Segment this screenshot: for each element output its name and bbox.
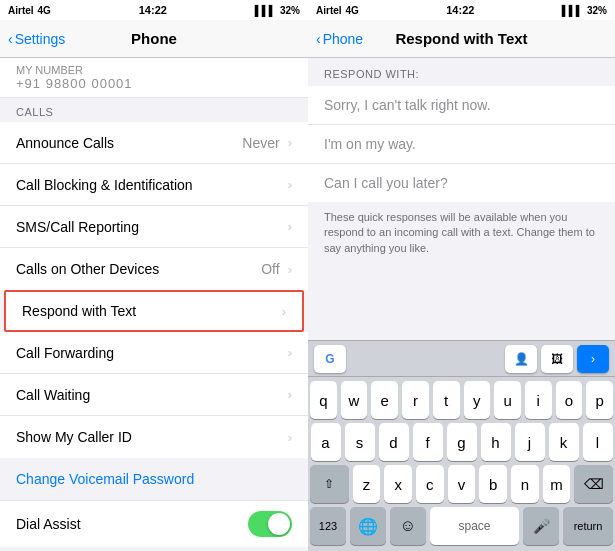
voicemail-section: Change Voicemail Password	[0, 458, 308, 500]
people-icon: 👤	[514, 352, 529, 366]
key-delete[interactable]: ⌫	[574, 465, 613, 503]
key-row-4: 123 🌐 ☺ space 🎤 return	[310, 507, 613, 545]
caller-id-item[interactable]: Show My Caller ID ›	[0, 416, 308, 458]
announce-calls-right: Never ›	[242, 135, 292, 151]
right-nav-bar: ‹ Phone Respond with Text	[308, 20, 615, 58]
back-label: Settings	[15, 31, 66, 47]
right-back-label: Phone	[323, 31, 363, 47]
left-status-bar: Airtel 4G 14:22 ▌▌▌ 32%	[0, 0, 308, 20]
call-waiting-right: ›	[284, 387, 292, 402]
my-number-value: +91 98800 00001	[16, 76, 292, 91]
calls-other-devices-item[interactable]: Calls on Other Devices Off ›	[0, 248, 308, 290]
chevron-icon: ›	[288, 387, 292, 402]
right-nav-title: Respond with Text	[395, 30, 527, 47]
announce-calls-label: Announce Calls	[16, 135, 114, 151]
respond-with-list: Sorry, I can't talk right now. I'm on my…	[308, 86, 615, 202]
right-chevron-left-icon: ‹	[316, 31, 321, 47]
key-shift[interactable]: ⇧	[310, 465, 349, 503]
respond-item-3[interactable]: Can I call you later?	[308, 164, 615, 202]
key-m[interactable]: m	[543, 465, 571, 503]
google-button[interactable]: G	[314, 345, 346, 373]
battery-left: 32%	[280, 5, 300, 16]
dial-assist-toggle[interactable]	[248, 511, 292, 537]
sms-call-reporting-item[interactable]: SMS/Call Reporting ›	[0, 206, 308, 248]
call-blocking-item[interactable]: Call Blocking & Identification ›	[0, 164, 308, 206]
chevron-icon: ›	[288, 135, 292, 150]
key-x[interactable]: x	[384, 465, 412, 503]
chevron-icon: ›	[288, 177, 292, 192]
key-g[interactable]: g	[447, 423, 477, 461]
call-waiting-label: Call Waiting	[16, 387, 90, 403]
chevron-icon: ›	[288, 430, 292, 445]
caller-id-right: ›	[284, 430, 292, 445]
right-status-left: Airtel 4G	[316, 5, 359, 16]
call-blocking-right: ›	[284, 177, 292, 192]
right-back-button[interactable]: ‹ Phone	[316, 31, 363, 47]
respond-item-2[interactable]: I'm on my way.	[308, 125, 615, 164]
key-emoji[interactable]: ☺	[390, 507, 426, 545]
key-return[interactable]: return	[563, 507, 613, 545]
key-mic[interactable]: 🎤	[523, 507, 559, 545]
key-j[interactable]: j	[515, 423, 545, 461]
key-f[interactable]: f	[413, 423, 443, 461]
announce-calls-item[interactable]: Announce Calls Never ›	[0, 122, 308, 164]
key-h[interactable]: h	[481, 423, 511, 461]
calls-other-label: Calls on Other Devices	[16, 261, 159, 277]
key-k[interactable]: k	[549, 423, 579, 461]
left-panel: Airtel 4G 14:22 ▌▌▌ 32% ‹ Settings Phone…	[0, 0, 308, 551]
key-p[interactable]: p	[586, 381, 613, 419]
keyboard-area: G 👤 🖼 › q w e r t	[308, 340, 615, 551]
toolbar-people-button[interactable]: 👤	[505, 345, 537, 373]
right-status-bar: Airtel 4G 14:22 ▌▌▌ 32%	[308, 0, 615, 20]
key-c[interactable]: c	[416, 465, 444, 503]
key-r[interactable]: r	[402, 381, 429, 419]
call-forwarding-right: ›	[284, 345, 292, 360]
chevron-icon: ›	[288, 219, 292, 234]
signal-icon: ▌▌▌	[255, 5, 276, 16]
calls-other-value: Off	[261, 261, 279, 277]
respond-with-text-item[interactable]: Respond with Text ›	[4, 290, 304, 332]
right-network: 4G	[346, 5, 359, 16]
key-d[interactable]: d	[379, 423, 409, 461]
key-row-1: q w e r t y u i o p	[310, 381, 613, 419]
key-u[interactable]: u	[494, 381, 521, 419]
announce-calls-value: Never	[242, 135, 279, 151]
call-blocking-label: Call Blocking & Identification	[16, 177, 193, 193]
key-b[interactable]: b	[479, 465, 507, 503]
key-space[interactable]: space	[430, 507, 519, 545]
call-waiting-item[interactable]: Call Waiting ›	[0, 374, 308, 416]
left-back-button[interactable]: ‹ Settings	[8, 31, 65, 47]
key-o[interactable]: o	[556, 381, 583, 419]
key-a[interactable]: a	[311, 423, 341, 461]
toolbar-image-button[interactable]: 🖼	[541, 345, 573, 373]
key-i[interactable]: i	[525, 381, 552, 419]
respond-with-header: RESPOND WITH:	[308, 58, 615, 86]
key-l[interactable]: l	[583, 423, 613, 461]
key-e[interactable]: e	[371, 381, 398, 419]
voicemail-link[interactable]: Change Voicemail Password	[16, 471, 194, 487]
key-s[interactable]: s	[345, 423, 375, 461]
chevron-icon: ›	[282, 304, 286, 319]
image-icon: 🖼	[551, 352, 563, 366]
calls-other-right: Off ›	[261, 261, 292, 277]
key-t[interactable]: t	[433, 381, 460, 419]
respond-item-1[interactable]: Sorry, I can't talk right now.	[308, 86, 615, 125]
right-time: 14:22	[446, 4, 474, 16]
key-w[interactable]: w	[341, 381, 368, 419]
right-battery: 32%	[587, 5, 607, 16]
dial-assist-item: Dial Assist	[0, 501, 308, 547]
call-forwarding-item[interactable]: Call Forwarding ›	[0, 332, 308, 374]
key-globe[interactable]: 🌐	[350, 507, 386, 545]
key-n[interactable]: n	[511, 465, 539, 503]
calls-section-header: CALLS	[0, 98, 308, 122]
key-z[interactable]: z	[353, 465, 381, 503]
key-q[interactable]: q	[310, 381, 337, 419]
dial-assist-section: Dial Assist	[0, 500, 308, 547]
dial-assist-label: Dial Assist	[16, 516, 81, 532]
toolbar-send-button[interactable]: ›	[577, 345, 609, 373]
key-y[interactable]: y	[464, 381, 491, 419]
right-panel: Airtel 4G 14:22 ▌▌▌ 32% ‹ Phone Respond …	[308, 0, 615, 551]
key-v[interactable]: v	[448, 465, 476, 503]
toolbar-right-buttons: 👤 🖼 ›	[505, 345, 609, 373]
key-123[interactable]: 123	[310, 507, 346, 545]
